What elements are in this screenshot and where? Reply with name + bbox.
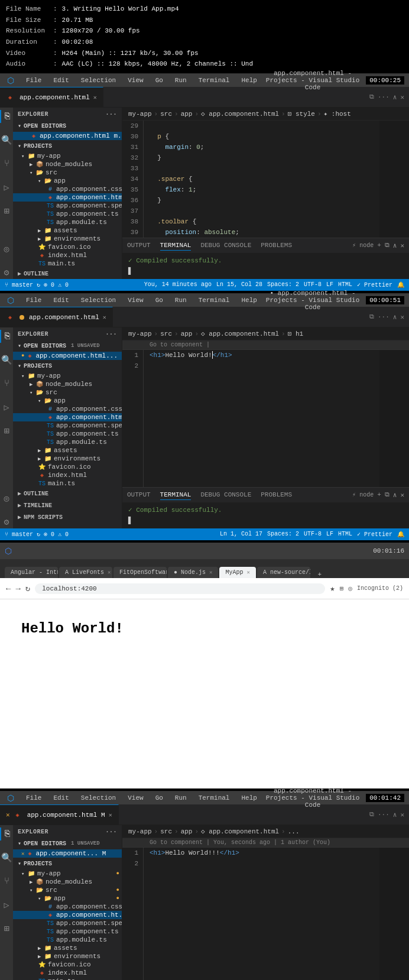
menu-view-1[interactable]: View: [125, 76, 145, 85]
browser-tab-source[interactable]: A new-source/loca... ✕: [257, 567, 310, 578]
search-icon-2[interactable]: 🔍: [0, 353, 13, 366]
menu-file-2[interactable]: File: [24, 296, 44, 305]
problems-tab-2[interactable]: PROBLEMS: [261, 490, 292, 499]
new-tab-button[interactable]: +: [314, 571, 326, 578]
menu-go-4[interactable]: Go: [153, 793, 165, 803]
tab-2[interactable]: ◈ app.component.html ✕: [0, 307, 113, 327]
menu-selection-2[interactable]: Selection: [79, 296, 118, 305]
code-editor-1[interactable]: 2930313233 3435363738 3940414243 444546 …: [122, 121, 409, 238]
src-folder-1[interactable]: ▾ 📂 src: [13, 168, 122, 177]
x-close-4[interactable]: ✕: [21, 851, 24, 857]
spec-file-4[interactable]: TS app.component.spec.ts: [13, 919, 122, 927]
menu-file-4[interactable]: File: [24, 793, 44, 803]
more-actions-icon[interactable]: ···: [378, 93, 389, 100]
extensions-btn[interactable]: ⊞: [340, 585, 344, 592]
code-editor-2[interactable]: 1 2 <h1>Hello World!</h1>: [122, 350, 409, 487]
explorer-more-1[interactable]: ···: [105, 111, 117, 118]
output-tab-1[interactable]: OUTPUT: [127, 241, 151, 250]
close-livefonts-tab[interactable]: ✕: [108, 569, 111, 576]
app-folder-2[interactable]: ▾ 📂 app: [13, 397, 122, 405]
menu-run-1[interactable]: Run: [173, 76, 189, 85]
main-file-1[interactable]: TS main.ts: [13, 259, 122, 268]
favicon-file-1[interactable]: ⭐ favicon.ico: [13, 243, 122, 251]
comp-ts-file-2[interactable]: TS app.component.ts: [13, 430, 122, 438]
comp-ts-file-4[interactable]: TS app.component.ts: [13, 927, 122, 936]
split-editor-icon[interactable]: ⧉: [369, 93, 374, 100]
html-file-4[interactable]: ◈ app.component.ht... M: [13, 911, 122, 919]
close-panel-icon-2b[interactable]: ✕: [400, 491, 404, 499]
tab-close-1[interactable]: ✕: [93, 94, 97, 101]
tab-close-x-4[interactable]: ✕: [6, 811, 10, 819]
menu-go-1[interactable]: Go: [153, 76, 165, 85]
collapse-icon-2[interactable]: ∧: [393, 313, 397, 321]
favicon-file-2[interactable]: ⭐ favicon.ico: [13, 463, 122, 471]
browser-tab-myapp[interactable]: MyApp ✕: [219, 567, 255, 578]
assets-folder-4[interactable]: ▶ 📁 assets: [13, 944, 122, 952]
close-panel-icon-1[interactable]: ✕: [400, 242, 404, 249]
css-file-2[interactable]: # app.component.css: [13, 405, 122, 413]
npm-section-2[interactable]: ▶ NPM SCRIPTS: [13, 511, 122, 523]
add-terminal-icon-2[interactable]: +: [377, 491, 381, 498]
debug-icon-1[interactable]: ▷: [0, 181, 13, 194]
extensions-icon-1[interactable]: ⊞: [0, 205, 13, 218]
src-folder-2[interactable]: ▾ 📂 src: [13, 388, 122, 397]
explorer-icon-2[interactable]: ⎘: [0, 330, 13, 343]
menu-terminal-4[interactable]: Terminal: [196, 793, 232, 803]
code-editor-4[interactable]: 1 2 <h1>Hello World!!!</h1>: [122, 848, 409, 980]
add-terminal-icon[interactable]: +: [377, 242, 381, 249]
node-modules-4[interactable]: ▶ 📦 node_modules: [13, 878, 122, 886]
html-file-2[interactable]: ◈ app.component.html: [13, 413, 122, 421]
browser-tab-nodejs[interactable]: ● Node.js ✕: [168, 567, 218, 578]
tab-4[interactable]: ✕ ◈ app.component.html M ✕: [0, 804, 119, 825]
browser-tab-angular[interactable]: Angular - Introducti... ✕: [5, 567, 58, 578]
menu-selection-1[interactable]: Selection: [79, 76, 118, 85]
menu-run-2[interactable]: Run: [173, 296, 189, 305]
debug-console-tab-1[interactable]: DEBUG CONSOLE: [200, 241, 251, 250]
menu-go-2[interactable]: Go: [153, 296, 165, 305]
html-file-1[interactable]: ◈ app.component.html: [13, 193, 122, 202]
open-editors-section-2[interactable]: ▾ OPEN EDITORS 1 UNSAVED: [13, 340, 122, 352]
spec-file-1[interactable]: TS app.component.spec.ts: [13, 202, 122, 210]
git-icon-1[interactable]: ⑂: [0, 157, 13, 170]
module-file-2[interactable]: TS app.module.ts: [13, 438, 122, 446]
url-bar[interactable]: localhost:4200: [35, 583, 325, 594]
projects-section-2[interactable]: ▾ PROJECTS: [13, 360, 122, 372]
code-content-1[interactable]: p { margin: 0; } .spacer { flex: 1; } .t…: [144, 121, 379, 238]
more-actions-icon-4[interactable]: ···: [378, 811, 389, 818]
menu-terminal-1[interactable]: Terminal: [196, 76, 232, 85]
projects-section-4[interactable]: ▾ PROJECTS: [13, 858, 122, 869]
search-icon-4[interactable]: 🔍: [0, 851, 13, 864]
debug-console-tab-2[interactable]: DEBUG CONSOLE: [200, 490, 251, 499]
browser-tab-fitopen[interactable]: FitOpenSoftware ✕: [113, 567, 167, 578]
split-terminal-icon-2[interactable]: ⧉: [385, 491, 389, 498]
menu-run-4[interactable]: Run: [173, 793, 189, 803]
output-tab-2[interactable]: OUTPUT: [127, 490, 151, 499]
envs-folder-4[interactable]: ▶ 📁 environments: [13, 952, 122, 960]
my-app-folder-1[interactable]: ▾ 📁 my-app: [13, 152, 122, 160]
debug-icon-2[interactable]: ▷: [0, 401, 13, 414]
menu-view-2[interactable]: View: [125, 296, 145, 305]
menu-selection-4[interactable]: Selection: [79, 793, 118, 803]
main-file-2[interactable]: TS main.ts: [13, 479, 122, 488]
minimize-panel-icon-2[interactable]: ∧: [393, 491, 397, 499]
assets-folder-2[interactable]: ▶ 📁 assets: [13, 446, 122, 455]
tab-close-4[interactable]: ✕: [109, 812, 112, 819]
split-terminal-icon[interactable]: ⧉: [385, 242, 389, 249]
terminal-tab-1[interactable]: TERMINAL: [160, 241, 191, 251]
module-file-4[interactable]: TS app.module.ts: [13, 936, 122, 944]
collapse-icon[interactable]: ∧: [393, 93, 397, 101]
extensions-icon-4[interactable]: ⊞: [0, 922, 13, 935]
split-editor-icon-4[interactable]: ⧉: [369, 811, 374, 818]
explorer-icon-1[interactable]: ⎘: [0, 110, 13, 123]
my-app-folder-4[interactable]: ▾ 📁 my-app ●: [13, 869, 122, 878]
open-editors-section-4[interactable]: ▾ OPEN EDITORS 1 UNSAVED: [13, 838, 122, 849]
app-folder-1[interactable]: ▾ 📂 app: [13, 177, 122, 185]
code-content-4[interactable]: <h1>Hello World!!!</h1>: [144, 848, 379, 980]
node-modules-2[interactable]: ▶ 📦 node_modules: [13, 380, 122, 388]
menu-help-2[interactable]: Help: [239, 296, 259, 305]
accounts-icon-1[interactable]: ◎: [0, 242, 13, 255]
favicon-file-4[interactable]: ⭐ favicon.ico: [13, 960, 122, 969]
src-folder-4[interactable]: ▾ 📂 src ●: [13, 886, 122, 894]
menu-edit-1[interactable]: Edit: [51, 76, 71, 85]
timeline-section-2[interactable]: ▶ TIMELINE: [13, 499, 122, 511]
